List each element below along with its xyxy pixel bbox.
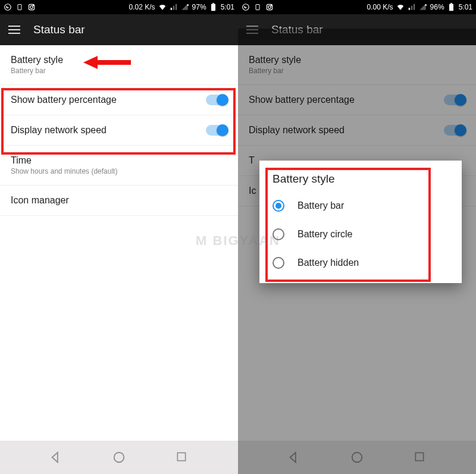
battery-percentage: 96% [430,3,444,11]
item-subtitle: Show hours and minutes (default) [11,167,117,175]
option-battery-circle[interactable]: Battery circle [259,220,462,249]
wifi-icon [396,3,405,11]
wifi-icon [158,3,167,11]
svg-point-7 [114,453,124,463]
page-title: Status bar [33,23,85,36]
clock: 5:01 [459,3,472,11]
toggle-show-battery-percentage[interactable] [206,95,227,105]
menu-icon[interactable] [8,26,20,34]
item-show-battery-percentage[interactable]: Show battery percentage [0,85,238,115]
item-title: Icon manager [11,195,69,206]
svg-rect-14 [449,4,453,11]
svg-rect-6 [212,3,214,4]
whatsapp-icon [242,3,250,11]
item-battery-style[interactable]: Battery style Battery bar [0,45,238,85]
status-bar: 0.02 K/s 97% 5:01 [0,0,238,14]
item-title: Time [11,155,117,166]
svg-rect-10 [256,5,259,10]
toggle-display-network-speed[interactable] [206,125,227,136]
radio-unchecked-icon[interactable] [273,257,284,269]
battery-percentage: 97% [192,3,206,11]
dialog-title: Battery style [259,172,462,192]
recents-button[interactable] [176,451,189,464]
instagram-icon [265,3,274,11]
option-battery-bar[interactable]: Battery bar [259,192,462,220]
clock: 5:01 [221,3,234,11]
svg-point-13 [271,5,271,6]
nav-bar [0,441,238,474]
svg-rect-8 [177,453,185,460]
battery-icon [209,3,218,11]
signal-icon [170,3,178,11]
radio-unchecked-icon[interactable] [273,228,284,240]
item-title: Show battery percentage [11,95,117,105]
svg-point-9 [243,4,249,11]
svg-rect-15 [450,3,452,4]
signal-no-sim-icon [419,3,427,11]
item-icon-manager[interactable]: Icon manager [0,186,238,216]
settings-list: Battery style Battery bar Show battery p… [0,45,238,441]
option-label: Battery hidden [298,258,359,268]
battery-icon [447,3,456,11]
back-button[interactable] [50,451,63,464]
item-time[interactable]: Time Show hours and minutes (default) [0,146,238,186]
status-bar: 0.00 K/s 96% 5:01 [238,0,476,14]
item-subtitle: Battery bar [11,67,63,75]
instagram-icon [27,3,36,11]
signal-icon [408,3,416,11]
network-speed: 0.02 K/s [129,3,155,11]
whatsapp-icon [4,3,12,11]
svg-point-4 [33,5,33,6]
item-display-network-speed[interactable]: Display network speed [0,115,238,146]
option-label: Battery bar [298,200,344,211]
network-speed: 0.00 K/s [367,3,393,11]
dialog-battery-style: Battery style Battery bar Battery circle… [259,161,462,283]
svg-point-3 [30,6,33,9]
svg-rect-5 [211,4,215,11]
sim-icon [253,3,262,11]
item-title: Battery style [11,55,63,65]
option-battery-hidden[interactable]: Battery hidden [259,249,462,277]
svg-point-12 [268,6,271,9]
svg-point-0 [5,4,11,11]
radio-checked-icon[interactable] [273,200,284,212]
sim-icon [15,3,24,11]
item-title: Display network speed [11,125,107,136]
app-bar: Status bar [0,14,238,45]
svg-rect-1 [18,5,21,10]
signal-no-sim-icon [181,3,189,11]
phone-left: 0.02 K/s 97% 5:01 Status bar [0,0,238,474]
option-label: Battery circle [298,229,352,240]
home-button[interactable] [112,451,126,464]
